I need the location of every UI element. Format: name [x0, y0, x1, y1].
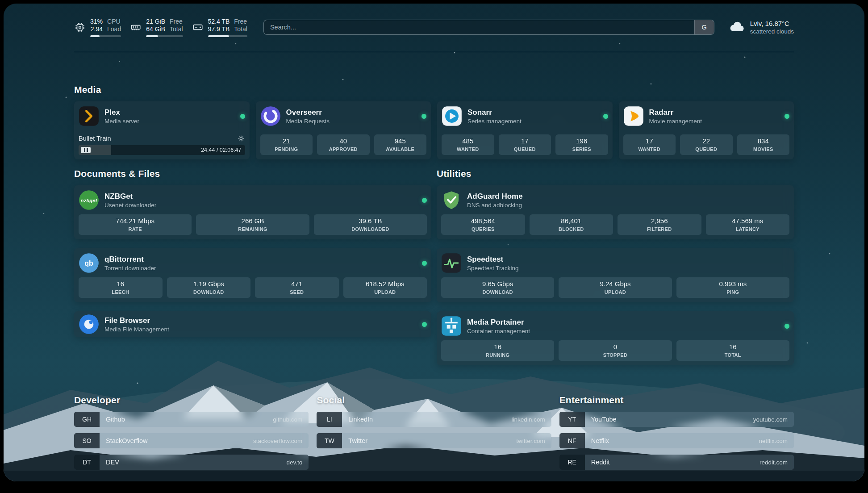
playback-time: 24:44 / 02:06:47: [201, 145, 241, 155]
cpu-usage-value: 31%: [90, 18, 103, 25]
overseerr-icon: [260, 106, 281, 126]
stat-queued: 22 QUEUED: [680, 134, 733, 155]
service-card-filebrowser[interactable]: File Browser Media File Management: [74, 311, 431, 337]
section-utilities: Utilities AdGuard Home: [437, 168, 794, 365]
status-online-dot: [421, 114, 426, 119]
search-input[interactable]: [264, 20, 694, 34]
bookmark-name: LinkedIn: [348, 416, 373, 423]
pause-button[interactable]: [81, 147, 91, 153]
bookmark-github[interactable]: GH Github github.com: [74, 412, 309, 427]
bookmark-abbr: GH: [74, 412, 100, 427]
bookmark-abbr: YT: [559, 412, 585, 427]
service-card-radarr[interactable]: Radarr Movie management 17 WANTED 22 QUE…: [619, 101, 794, 159]
stat-filtered: 2,956 FILTERED: [618, 214, 701, 235]
filebrowser-icon: [79, 314, 99, 334]
bookmark-stackoverflow[interactable]: SO StackOverflow stackoverflow.com: [74, 433, 309, 448]
media-grid: Plex Media server Bullet Train: [74, 101, 794, 159]
stat-leech: 16 LEECH: [79, 277, 163, 298]
stat-available: 945 AVAILABLE: [374, 134, 427, 155]
bookmark-name: Netflix: [591, 437, 609, 444]
service-name: File Browser: [104, 316, 169, 325]
service-card-nzbget[interactable]: nzbget NZBGet Usenet downloader 744.21 M…: [74, 185, 431, 239]
weather-condition: scattered clouds: [750, 28, 794, 35]
cpu-icon: [74, 21, 86, 33]
status-online-dot: [422, 261, 427, 266]
dashboard-content: 31% 2.94 CPU Load: [74, 4, 794, 470]
service-description: Movie management: [649, 117, 702, 125]
disk-progress-fill: [208, 35, 230, 37]
section-media: Media Plex Media server: [74, 84, 794, 159]
stat-rate: 744.21 Mbps RATE: [79, 214, 192, 235]
disk-free-value: 52.4 TB: [208, 18, 230, 25]
service-name: Overseerr: [286, 108, 330, 117]
bookmark-reddit[interactable]: RE Reddit reddit.com: [559, 455, 794, 470]
bookmark-url: netflix.com: [759, 438, 788, 444]
disk-readout: 52.4 TB 97.9 TB Free Total: [208, 18, 247, 37]
qbittorrent-icon: qb: [79, 253, 99, 273]
adguard-icon: [441, 190, 462, 210]
service-card-speedtest[interactable]: Speedtest Speedtest Tracking 9.65 Gbps D…: [437, 248, 794, 302]
playback-progress-bar: 24:44 / 02:06:47: [79, 145, 245, 155]
stat-series: 196 SERIES: [555, 134, 608, 155]
cloud-icon: [728, 20, 745, 34]
stat-upload: 9.24 Gbps UPLOAD: [559, 277, 672, 298]
service-description: Media server: [104, 117, 139, 125]
bookmark-abbr: NF: [559, 433, 585, 448]
section-title-developer: Developer: [74, 395, 309, 405]
stat-download: 9.65 Gbps DOWNLOAD: [441, 277, 554, 298]
service-card-portainer[interactable]: Media Portainer Container management 16 …: [437, 311, 794, 365]
svg-text:qb: qb: [84, 259, 93, 267]
memory-progress-bar: [146, 35, 183, 37]
stat-latency: 47.569 ms LATENCY: [706, 214, 790, 235]
disk-progress-bar: [208, 35, 247, 37]
bookmark-dev[interactable]: DT DEV dev.to: [74, 455, 309, 470]
bookmark-abbr: RE: [559, 455, 585, 470]
status-online-dot: [422, 322, 427, 327]
service-description: Container management: [467, 327, 530, 335]
radarr-icon: [623, 106, 644, 126]
plex-now-playing: Bullet Train 24:44 / 02:06:47: [79, 132, 245, 155]
bookmark-url: reddit.com: [760, 459, 788, 466]
stat-running: 16 RUNNING: [441, 340, 554, 361]
service-card-adguard[interactable]: AdGuard Home DNS and adblocking 498,564 …: [437, 185, 794, 239]
bookmark-name: StackOverflow: [106, 437, 147, 444]
service-description: Media Requests: [286, 117, 330, 125]
service-description: Torrent downloader: [104, 264, 156, 272]
cpu-progress-fill: [90, 35, 100, 37]
service-card-overseerr[interactable]: Overseerr Media Requests 21 PENDING 40 A…: [256, 101, 431, 159]
service-description: Usenet downloader: [104, 201, 156, 209]
search-bar: G: [263, 20, 714, 35]
memory-readout: 21 GiB 64 GiB Free Total: [146, 18, 183, 37]
bookmark-name: Reddit: [591, 459, 610, 466]
stat-stopped: 0 STOPPED: [559, 340, 672, 361]
service-card-plex[interactable]: Plex Media server Bullet Train: [74, 101, 250, 159]
status-online-dot: [422, 198, 427, 203]
service-name: Speedtest: [467, 255, 519, 264]
stat-wanted: 17 WANTED: [623, 134, 676, 155]
service-name: Sonarr: [467, 108, 522, 117]
disk-free-label: Free: [234, 18, 247, 25]
gear-icon[interactable]: [237, 134, 245, 142]
cpu-label: CPU: [107, 18, 121, 25]
header: 31% 2.94 CPU Load: [74, 15, 794, 39]
stat-download: 1.19 Gbps DOWNLOAD: [167, 277, 251, 298]
cpu-readout: 31% 2.94 CPU Load: [90, 18, 121, 37]
stat-downloaded: 39.6 TB DOWNLOADED: [314, 214, 427, 235]
bookmark-youtube[interactable]: YT YouTube youtube.com: [559, 412, 794, 427]
disk-total-label: Total: [234, 25, 247, 33]
bookmark-linkedin[interactable]: LI LinkedIn linkedin.com: [317, 412, 551, 427]
section-documents: Documents & Files nzbget NZBGet Usenet d…: [74, 168, 431, 337]
status-online-dot: [785, 324, 789, 329]
search-provider-button[interactable]: G: [694, 20, 714, 34]
service-description: DNS and adblocking: [467, 201, 523, 209]
plex-icon: [79, 106, 99, 126]
memory-free-label: Free: [170, 18, 183, 25]
bookmark-twitter[interactable]: TW Twitter twitter.com: [317, 433, 551, 448]
service-card-sonarr[interactable]: Sonarr Series management 485 WANTED 17 Q…: [437, 101, 613, 159]
bookmark-url: dev.to: [287, 459, 303, 466]
speedtest-icon: [441, 253, 462, 273]
bookmark-abbr: SO: [74, 433, 100, 448]
service-card-qbittorrent[interactable]: qb qBittorrent Torrent downloader 16: [74, 248, 431, 302]
bookmark-netflix[interactable]: NF Netflix netflix.com: [559, 433, 794, 448]
bookmark-url: twitter.com: [516, 438, 545, 444]
